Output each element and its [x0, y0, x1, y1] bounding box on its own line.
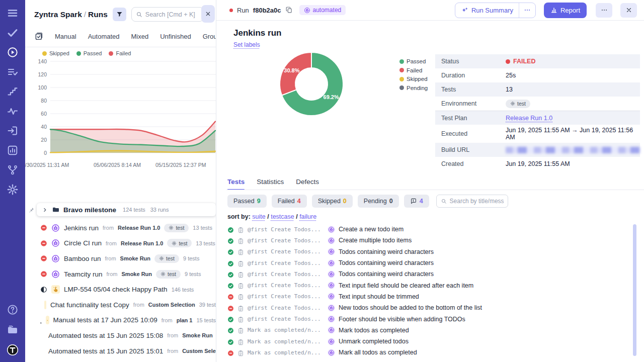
- detail-value: test: [506, 100, 530, 108]
- sidebar-item-test-plans[interactable]: [7, 66, 19, 78]
- runs-tab-automated[interactable]: Automated: [88, 33, 120, 40]
- milestone-card[interactable]: Bravo milestone 124 tests 33 runs: [37, 203, 216, 216]
- automated-badge: automated: [299, 5, 346, 15]
- sidebar-item-integrations[interactable]: [7, 164, 19, 176]
- collapse-panel-button[interactable]: [201, 5, 215, 23]
- set-labels-link[interactable]: Set labels: [233, 41, 260, 48]
- run-source: Custom Selection: [182, 348, 216, 354]
- test-row[interactable]: @first Create Todos...Footer should be v…: [227, 313, 626, 324]
- filter-button[interactable]: [113, 8, 126, 21]
- clipboard-icon: [237, 271, 244, 278]
- test-row[interactable]: @first Create Todos...Text input field s…: [227, 280, 626, 291]
- run-list-item[interactable]: Jenkins runfromRelease Run 1.0test13 tes…: [25, 220, 216, 236]
- filter-pending[interactable]: Pending0: [358, 195, 399, 208]
- run-list-item[interactable]: LMP-554 05/04 check Happy Path146 tests: [25, 282, 216, 297]
- filter-comments[interactable]: 4: [404, 195, 429, 208]
- donut-legend-pending: Pending: [399, 85, 428, 91]
- run-list-item[interactable]: Automated tests at 15 Jun 2025 15:01from…: [25, 343, 216, 359]
- sidebar-item-help[interactable]: [7, 304, 19, 316]
- sidebar-item-menu[interactable]: [7, 7, 19, 19]
- tab-tests[interactable]: Tests: [227, 178, 245, 190]
- automated-run-icon: [51, 224, 60, 232]
- runs-tab-mixed[interactable]: Mixed: [131, 33, 149, 40]
- filter-passed[interactable]: Passed9: [227, 195, 267, 208]
- test-plan-link[interactable]: Release Run 1.0: [506, 115, 552, 122]
- milestone-tests-count: 124 tests: [123, 207, 145, 213]
- filter-count: 0: [389, 198, 393, 205]
- sort-link-suite[interactable]: suite: [252, 213, 265, 220]
- copy-run-id-button[interactable]: [285, 6, 293, 14]
- run-name: Bamboo run: [64, 255, 101, 262]
- run-label: Run: [237, 7, 249, 14]
- filter-failed[interactable]: Failed4: [272, 195, 307, 208]
- run-id: f80b2a0c: [253, 7, 281, 14]
- test-row[interactable]: @first Create Todos...Todos containing w…: [227, 268, 626, 280]
- chevron-right-icon[interactable]: [42, 207, 48, 213]
- run-list-item[interactable]: Manual tests at 17 Jun 2025 10:09frompla…: [25, 313, 216, 328]
- more-actions-button[interactable]: [596, 3, 612, 18]
- sidebar-item-analytics[interactable]: [7, 105, 19, 117]
- select-all-icon[interactable]: [34, 32, 43, 41]
- legend-item-passed: Passed: [76, 50, 102, 56]
- report-button[interactable]: Report: [544, 3, 587, 18]
- clipboard-icon: [237, 237, 244, 244]
- test-status-failed-icon: [227, 305, 234, 311]
- test-suite: @first Create Todos...: [248, 260, 324, 266]
- test-row[interactable]: @first Create Todos...Todos containing w…: [227, 257, 626, 268]
- sidebar-item-settings[interactable]: [7, 184, 19, 196]
- tab-statistics[interactable]: Statistics: [257, 178, 284, 190]
- test-status-passed-icon: [227, 271, 234, 278]
- donut-legend-passed: Passed: [399, 58, 428, 64]
- run-list-item[interactable]: Automated tests at 15 Jun 2025 15:08from…: [25, 328, 216, 343]
- run-summary-button[interactable]: Run Summary: [455, 3, 536, 18]
- detail-row-created: CreatedJun 19, 2025 11:55 AM: [435, 157, 640, 171]
- run-list-item[interactable]: Teamcity runfromSmoke Runtest9 tests: [25, 266, 216, 282]
- runs-filter-tabs: ManualAutomatedMixedUnfinishedGroups: [25, 26, 216, 47]
- filter-skipped[interactable]: Skipped0: [312, 195, 353, 208]
- test-row[interactable]: @first Create Todos...New todos should b…: [227, 302, 626, 313]
- sidebar-item-import[interactable]: [7, 125, 19, 137]
- test-row[interactable]: @first Create Todos...Create multiple to…: [227, 235, 626, 246]
- trend-chart-canvas: 020406080100120140: [25, 47, 216, 160]
- test-row[interactable]: Mark as completed/n...Mark todos as comp…: [227, 325, 626, 336]
- automated-test-icon: [328, 293, 335, 300]
- milestone-counts: 124 tests 33 runs: [123, 207, 169, 213]
- comment-icon: [410, 198, 417, 205]
- legend-dot: [76, 51, 81, 56]
- project-name: Zyntra Spark: [34, 10, 82, 19]
- sidebar-item-reports[interactable]: [7, 144, 19, 156]
- tests-scrollbar[interactable]: [633, 224, 636, 356]
- run-summary-more-button[interactable]: [519, 3, 535, 18]
- test-row[interactable]: Mark as completed/n...Mark all todos as …: [227, 347, 626, 358]
- sort-link-failure[interactable]: failure: [299, 213, 316, 220]
- milestone-row[interactable]: Bravo milestone 124 tests 33 runs: [28, 203, 216, 216]
- sidebar-item-milestones[interactable]: [7, 85, 19, 98]
- test-row[interactable]: @first Create Todos...Text input should …: [227, 291, 626, 302]
- test-search-input[interactable]: [450, 198, 504, 205]
- tab-defects[interactable]: Defects: [296, 178, 319, 190]
- search-icon: [136, 11, 142, 18]
- run-list-item[interactable]: Manual tests at 13 Jun 2025 12:17fromCus…: [25, 358, 216, 362]
- report-label: Report: [560, 7, 580, 14]
- runs-tab-groups[interactable]: Groups: [203, 33, 216, 40]
- svg-text:40: 40: [41, 124, 47, 130]
- test-suite: Mark as completed/n...: [248, 338, 324, 345]
- sidebar-item-projects[interactable]: [7, 324, 19, 336]
- run-list-item[interactable]: Chat functinality test CopyfromCustom Se…: [25, 297, 216, 313]
- search-input[interactable]: [145, 11, 199, 18]
- run-list-item[interactable]: Bamboo runfromSmoke Runtest9 tests: [25, 251, 216, 266]
- sidebar-item-tests[interactable]: [7, 27, 19, 39]
- sidebar-item-logo[interactable]: [7, 344, 19, 356]
- svg-text:0: 0: [44, 150, 47, 156]
- sort-link-testcase[interactable]: testcase: [271, 213, 294, 220]
- test-row[interactable]: @first Create Todos...Todos containing w…: [227, 246, 626, 257]
- test-status-passed-icon: [227, 316, 234, 322]
- sidebar-item-runs[interactable]: [7, 46, 19, 58]
- runs-tab-unfinished[interactable]: Unfinished: [160, 33, 191, 40]
- clipboard-icon: [237, 327, 244, 333]
- runs-tab-manual[interactable]: Manual: [55, 33, 76, 40]
- close-run-button[interactable]: [620, 3, 637, 18]
- run-list-item[interactable]: Circle CI runfromRelease Run 1.0test13 t…: [25, 236, 216, 251]
- test-row[interactable]: @first Create Todos...Create a new todo …: [227, 224, 626, 235]
- test-row[interactable]: Mark as completed/n...Unmark completed t…: [227, 336, 626, 347]
